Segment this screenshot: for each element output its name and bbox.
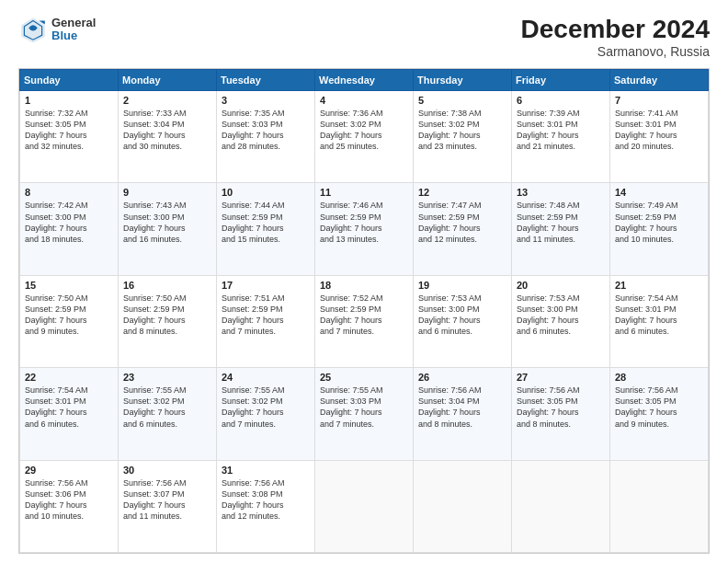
day-info: Sunrise: 7:48 AM Sunset: 2:59 PM Dayligh… <box>517 200 605 245</box>
day-cell: 25Sunrise: 7:55 AM Sunset: 3:03 PM Dayli… <box>315 368 414 460</box>
week-row-1: 8Sunrise: 7:42 AM Sunset: 3:00 PM Daylig… <box>20 183 709 275</box>
day-number: 9 <box>123 187 211 198</box>
day-info: Sunrise: 7:54 AM Sunset: 3:01 PM Dayligh… <box>615 293 703 338</box>
day-cell: 6Sunrise: 7:39 AM Sunset: 3:01 PM Daylig… <box>512 91 610 183</box>
day-number: 17 <box>222 280 310 291</box>
header-cell-thursday: Thursday <box>414 70 512 91</box>
day-cell: 31Sunrise: 7:56 AM Sunset: 3:08 PM Dayli… <box>217 460 315 552</box>
day-number: 15 <box>25 280 113 291</box>
day-cell: 17Sunrise: 7:51 AM Sunset: 2:59 PM Dayli… <box>217 275 315 367</box>
header-cell-saturday: Saturday <box>610 70 709 91</box>
title-block: December 2024 Sarmanovo, Russia <box>521 15 710 59</box>
day-number: 28 <box>615 372 703 383</box>
day-number: 13 <box>517 187 605 198</box>
day-info: Sunrise: 7:43 AM Sunset: 3:00 PM Dayligh… <box>123 200 211 245</box>
day-info: Sunrise: 7:54 AM Sunset: 3:01 PM Dayligh… <box>25 385 113 430</box>
calendar-table: SundayMondayTuesdayWednesdayThursdayFrid… <box>19 69 709 553</box>
header-row: SundayMondayTuesdayWednesdayThursdayFrid… <box>20 70 709 91</box>
day-number: 23 <box>123 372 211 383</box>
logo: General Blue <box>18 15 96 44</box>
day-info: Sunrise: 7:56 AM Sunset: 3:05 PM Dayligh… <box>517 385 605 430</box>
header-cell-sunday: Sunday <box>20 70 119 91</box>
day-cell: 10Sunrise: 7:44 AM Sunset: 2:59 PM Dayli… <box>217 183 315 275</box>
day-number: 16 <box>123 280 211 291</box>
day-cell: 8Sunrise: 7:42 AM Sunset: 3:00 PM Daylig… <box>20 183 119 275</box>
day-info: Sunrise: 7:50 AM Sunset: 2:59 PM Dayligh… <box>25 293 113 338</box>
calendar-header: SundayMondayTuesdayWednesdayThursdayFrid… <box>20 70 709 91</box>
day-number: 29 <box>25 465 113 476</box>
day-info: Sunrise: 7:39 AM Sunset: 3:01 PM Dayligh… <box>517 108 605 153</box>
day-info: Sunrise: 7:44 AM Sunset: 2:59 PM Dayligh… <box>222 200 310 245</box>
calendar-title: December 2024 <box>521 15 710 44</box>
day-cell: 19Sunrise: 7:53 AM Sunset: 3:00 PM Dayli… <box>414 275 512 367</box>
day-info: Sunrise: 7:32 AM Sunset: 3:05 PM Dayligh… <box>25 108 113 153</box>
day-number: 21 <box>615 280 703 291</box>
day-info: Sunrise: 7:56 AM Sunset: 3:04 PM Dayligh… <box>418 385 506 430</box>
day-number: 5 <box>418 95 506 106</box>
day-cell: 16Sunrise: 7:50 AM Sunset: 2:59 PM Dayli… <box>119 275 217 367</box>
day-number: 4 <box>320 95 408 106</box>
day-info: Sunrise: 7:56 AM Sunset: 3:07 PM Dayligh… <box>123 477 211 523</box>
day-number: 22 <box>25 372 113 383</box>
day-info: Sunrise: 7:53 AM Sunset: 3:00 PM Dayligh… <box>517 293 605 338</box>
day-number: 7 <box>615 95 703 106</box>
day-number: 8 <box>25 187 113 198</box>
day-number: 18 <box>320 280 408 291</box>
calendar: SundayMondayTuesdayWednesdayThursdayFrid… <box>18 68 710 554</box>
day-info: Sunrise: 7:55 AM Sunset: 3:03 PM Dayligh… <box>320 385 408 430</box>
week-row-2: 15Sunrise: 7:50 AM Sunset: 2:59 PM Dayli… <box>20 275 709 367</box>
day-number: 12 <box>418 187 506 198</box>
day-number: 26 <box>418 372 506 383</box>
week-row-3: 22Sunrise: 7:54 AM Sunset: 3:01 PM Dayli… <box>20 368 709 460</box>
day-number: 31 <box>222 465 310 476</box>
week-row-4: 29Sunrise: 7:56 AM Sunset: 3:06 PM Dayli… <box>20 460 709 552</box>
day-number: 20 <box>517 280 605 291</box>
header-cell-friday: Friday <box>512 70 610 91</box>
header-cell-monday: Monday <box>119 70 217 91</box>
day-info: Sunrise: 7:50 AM Sunset: 2:59 PM Dayligh… <box>123 293 211 338</box>
logo-line2: Blue <box>51 29 96 42</box>
day-info: Sunrise: 7:38 AM Sunset: 3:02 PM Dayligh… <box>418 108 506 153</box>
day-info: Sunrise: 7:52 AM Sunset: 2:59 PM Dayligh… <box>320 293 408 338</box>
day-cell: 2Sunrise: 7:33 AM Sunset: 3:04 PM Daylig… <box>119 91 217 183</box>
day-number: 3 <box>222 95 310 106</box>
day-number: 30 <box>123 465 211 476</box>
header: General Blue December 2024 Sarmanovo, Ru… <box>18 15 710 59</box>
day-cell: 7Sunrise: 7:41 AM Sunset: 3:01 PM Daylig… <box>610 91 709 183</box>
logo-text: General Blue <box>51 17 96 43</box>
day-info: Sunrise: 7:47 AM Sunset: 2:59 PM Dayligh… <box>418 200 506 245</box>
day-number: 1 <box>25 95 113 106</box>
day-cell: 11Sunrise: 7:46 AM Sunset: 2:59 PM Dayli… <box>315 183 414 275</box>
week-row-0: 1Sunrise: 7:32 AM Sunset: 3:05 PM Daylig… <box>20 91 709 183</box>
page: General Blue December 2024 Sarmanovo, Ru… <box>0 0 728 563</box>
day-number: 11 <box>320 187 408 198</box>
day-cell: 22Sunrise: 7:54 AM Sunset: 3:01 PM Dayli… <box>20 368 119 460</box>
day-cell: 5Sunrise: 7:38 AM Sunset: 3:02 PM Daylig… <box>414 91 512 183</box>
day-number: 14 <box>615 187 703 198</box>
header-cell-wednesday: Wednesday <box>315 70 414 91</box>
day-cell: 4Sunrise: 7:36 AM Sunset: 3:02 PM Daylig… <box>315 91 414 183</box>
day-info: Sunrise: 7:46 AM Sunset: 2:59 PM Dayligh… <box>320 200 408 245</box>
day-info: Sunrise: 7:56 AM Sunset: 3:08 PM Dayligh… <box>222 477 310 523</box>
day-number: 2 <box>123 95 211 106</box>
day-info: Sunrise: 7:56 AM Sunset: 3:06 PM Dayligh… <box>25 477 113 523</box>
day-cell: 9Sunrise: 7:43 AM Sunset: 3:00 PM Daylig… <box>119 183 217 275</box>
day-number: 6 <box>517 95 605 106</box>
day-info: Sunrise: 7:41 AM Sunset: 3:01 PM Dayligh… <box>615 108 703 153</box>
day-cell: 1Sunrise: 7:32 AM Sunset: 3:05 PM Daylig… <box>20 91 119 183</box>
day-number: 24 <box>222 372 310 383</box>
header-cell-tuesday: Tuesday <box>217 70 315 91</box>
calendar-subtitle: Sarmanovo, Russia <box>521 44 710 59</box>
day-cell: 15Sunrise: 7:50 AM Sunset: 2:59 PM Dayli… <box>20 275 119 367</box>
day-cell: 23Sunrise: 7:55 AM Sunset: 3:02 PM Dayli… <box>119 368 217 460</box>
day-cell: 12Sunrise: 7:47 AM Sunset: 2:59 PM Dayli… <box>414 183 512 275</box>
logo-line1: General <box>51 17 96 29</box>
calendar-body: 1Sunrise: 7:32 AM Sunset: 3:05 PM Daylig… <box>20 91 709 553</box>
day-cell: 26Sunrise: 7:56 AM Sunset: 3:04 PM Dayli… <box>414 368 512 460</box>
day-cell: 14Sunrise: 7:49 AM Sunset: 2:59 PM Dayli… <box>610 183 709 275</box>
day-cell: 27Sunrise: 7:56 AM Sunset: 3:05 PM Dayli… <box>512 368 610 460</box>
day-info: Sunrise: 7:55 AM Sunset: 3:02 PM Dayligh… <box>222 385 310 430</box>
day-number: 19 <box>418 280 506 291</box>
day-info: Sunrise: 7:51 AM Sunset: 2:59 PM Dayligh… <box>222 293 310 338</box>
day-cell: 24Sunrise: 7:55 AM Sunset: 3:02 PM Dayli… <box>217 368 315 460</box>
